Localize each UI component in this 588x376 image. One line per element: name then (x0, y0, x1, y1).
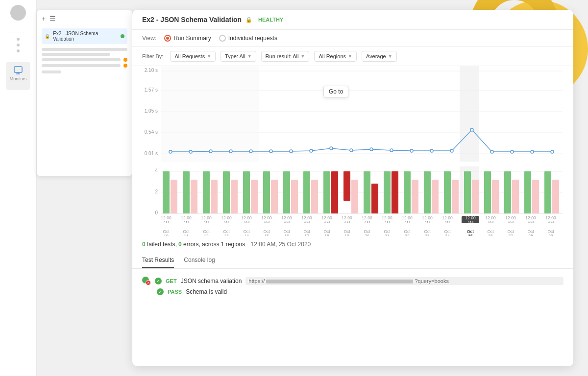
svg-rect-64 (384, 171, 391, 213)
tab-test-results[interactable]: Test Results (142, 253, 174, 268)
line-chart-svg: 2.10 s 1.57 s 1.05 s 0.54 s 0.01 s (142, 66, 564, 162)
svg-text:12:00: 12:00 (362, 215, 372, 220)
failed-tests-label: failed tests, (147, 241, 177, 248)
svg-rect-54 (283, 171, 290, 213)
svg-text:15: 15 (264, 234, 269, 236)
svg-rect-55 (291, 180, 298, 213)
svg-point-27 (410, 149, 413, 152)
svg-text:12:00: 12:00 (261, 215, 272, 220)
svg-text:12:00: 12:00 (525, 215, 536, 220)
filter-regions[interactable]: All Regions ▼ (314, 51, 357, 62)
filter-type[interactable]: Type: All ▼ (220, 51, 256, 62)
regions-label: regions (226, 241, 245, 248)
svg-text:12:00: 12:00 (201, 215, 212, 220)
svg-text:21: 21 (385, 234, 390, 236)
sidebar-dot-row (42, 70, 127, 73)
svg-rect-77 (512, 180, 519, 213)
svg-text:1.57 s: 1.57 s (145, 87, 158, 93)
svg-text:12:00: 12:00 (241, 215, 252, 220)
svg-rect-76 (504, 171, 511, 213)
svg-text:AM: AM (508, 220, 514, 223)
svg-text:12:00: 12:00 (161, 215, 172, 220)
svg-text:12:00: 12:00 (281, 215, 292, 220)
panel-header: Ex2 - JSON Schema Validation 🔒 HEALTHY (132, 10, 573, 30)
status-orange-1 (123, 58, 127, 62)
goto-tooltip: Go to (323, 86, 348, 97)
gray-bar-2 (42, 53, 110, 56)
filter-run-result[interactable]: Run result: All ▼ (261, 51, 310, 62)
svg-text:12:00: 12:00 (465, 215, 476, 220)
svg-text:14: 14 (244, 234, 249, 236)
add-monitor-button[interactable]: + (42, 15, 46, 23)
header-lock-icon: 🔒 (245, 17, 252, 23)
svg-rect-57 (311, 180, 318, 213)
filter-average[interactable]: Average ▼ (362, 51, 397, 62)
svg-text:26: 26 (488, 234, 493, 236)
monitor-icon (13, 66, 23, 75)
svg-rect-79 (532, 180, 539, 213)
svg-rect-51 (251, 180, 258, 213)
radio-individual[interactable]: Individual requests (219, 35, 277, 42)
svg-rect-49 (231, 180, 238, 213)
svg-text:12:00: 12:00 (321, 215, 332, 220)
svg-text:11: 11 (184, 234, 189, 236)
svg-text:1.05 s: 1.05 s (145, 108, 158, 114)
svg-text:AM: AM (344, 220, 350, 223)
svg-rect-42 (163, 171, 170, 213)
result-tabs: Test Results Console log (132, 253, 573, 269)
svg-rect-43 (171, 180, 177, 213)
svg-point-17 (209, 150, 212, 153)
svg-text:AM: AM (304, 220, 310, 223)
gray-bar-5 (42, 70, 61, 73)
request-name: JSON schema valiation (181, 278, 242, 284)
svg-text:12:00: 12:00 (485, 215, 496, 220)
radio-individual-label: Individual requests (228, 35, 277, 42)
sidebar-nav-group (0, 36, 36, 54)
svg-text:2: 2 (155, 189, 158, 194)
chevron-run-result: ▼ (300, 54, 305, 59)
status-orange-2 (123, 64, 127, 68)
svg-text:AM: AM (324, 220, 330, 223)
monitor-list-item-active[interactable]: 🔒 Ex2 - JSON Schema Validation (42, 28, 127, 44)
svg-rect-68 (424, 171, 431, 213)
svg-text:10: 10 (164, 234, 169, 236)
tab-console-log[interactable]: Console log (184, 253, 215, 268)
menu-button[interactable]: ☰ (49, 15, 56, 23)
svg-rect-14 (161, 66, 259, 162)
svg-text:2.10 s: 2.10 s (145, 68, 158, 73)
health-status-badge: HEALTHY (258, 17, 283, 23)
filter-by-label: Filter By: (142, 53, 163, 59)
svg-rect-75 (492, 180, 499, 213)
svg-rect-61 (351, 180, 358, 213)
user-avatar[interactable] (10, 5, 26, 21)
monitor-name: Ex2 - JSON Schema Validation (53, 31, 121, 42)
svg-text:AM: AM (528, 220, 534, 223)
radio-run-summary-label: Run Summary (173, 35, 211, 42)
svg-text:AM: AM (444, 220, 451, 223)
bar-chart: 4 2 0 (142, 166, 564, 225)
svg-text:AM: AM (384, 220, 391, 223)
filter-all-requests-label: All Requests (174, 53, 205, 59)
filter-regions-label: All Regions (318, 53, 346, 59)
gray-bar-3 (42, 58, 121, 61)
svg-rect-69 (432, 180, 439, 213)
svg-text:19: 19 (344, 234, 349, 236)
sidebar-item-monitors[interactable]: Monitors (6, 62, 31, 90)
panel-title: Ex2 - JSON Schema Validation (142, 16, 242, 24)
filter-type-label: Type: All (225, 53, 245, 59)
gray-bar-1 (42, 48, 127, 51)
svg-text:0: 0 (155, 210, 158, 215)
svg-rect-62 (364, 171, 370, 213)
failed-tests-count: 0 (142, 241, 146, 248)
svg-text:AM: AM (404, 220, 411, 223)
svg-rect-53 (271, 180, 278, 213)
radio-run-summary[interactable]: Run Summary (164, 35, 211, 42)
filter-all-requests[interactable]: All Requests ▼ (170, 51, 216, 62)
svg-rect-60 (343, 171, 350, 201)
nav-dot-3 (17, 49, 20, 52)
svg-rect-0 (14, 67, 22, 72)
placeholder-bars (42, 48, 127, 73)
goto-tooltip-text: Go to (329, 88, 343, 95)
filter-run-result-label: Run result: All (266, 53, 299, 59)
svg-text:17: 17 (304, 234, 309, 236)
